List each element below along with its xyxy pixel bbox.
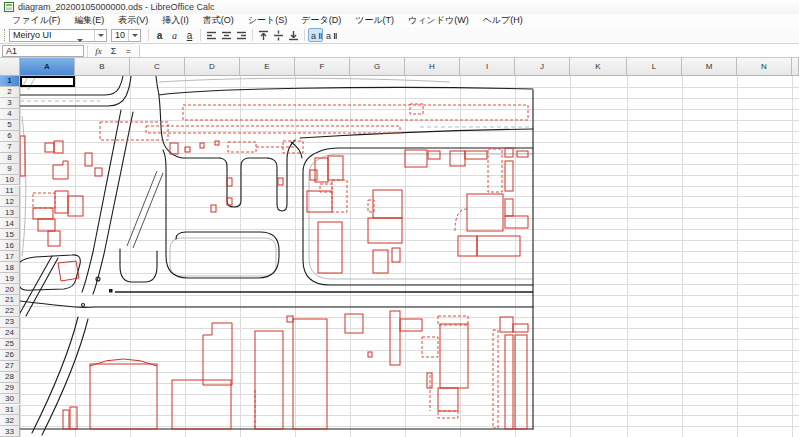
- menu-item-0[interactable]: ファイル(F): [5, 14, 67, 27]
- menu-item-4[interactable]: 書式(O): [196, 14, 241, 27]
- row-header-7[interactable]: 7: [0, 142, 20, 153]
- row-header-12[interactable]: 12: [0, 196, 20, 207]
- text-direction-ltr-icon: a: [310, 30, 322, 41]
- row-header-22[interactable]: 22: [0, 306, 20, 317]
- row-header-20[interactable]: 20: [0, 284, 20, 295]
- menu-item-1[interactable]: 編集(E): [67, 14, 111, 27]
- column-header-A[interactable]: A: [20, 58, 75, 76]
- row-header-26[interactable]: 26: [0, 350, 20, 361]
- toolbar-grip[interactable]: [4, 29, 7, 41]
- align-middle-vertical-button[interactable]: [271, 28, 286, 42]
- row-header-5[interactable]: 5: [0, 120, 20, 131]
- column-header-C[interactable]: C: [130, 58, 185, 76]
- align-left-button[interactable]: [204, 28, 219, 42]
- column-header-H[interactable]: H: [405, 58, 460, 76]
- column-header-I[interactable]: I: [460, 58, 515, 76]
- menu-item-9[interactable]: ヘルプ(H): [476, 14, 530, 27]
- row-header-31[interactable]: 31: [0, 405, 20, 416]
- row-header-8[interactable]: 8: [0, 153, 20, 164]
- function-wizard-button[interactable]: fx: [91, 45, 106, 57]
- formula-input[interactable]: [139, 45, 799, 57]
- column-header-N[interactable]: N: [737, 58, 792, 76]
- column-header-E[interactable]: E: [240, 58, 295, 76]
- align-center-icon: [221, 30, 232, 41]
- row-header-14[interactable]: 14: [0, 218, 20, 229]
- sheet-grid[interactable]: [0, 58, 799, 437]
- align-center-button[interactable]: [219, 28, 234, 42]
- text-direction-ttb-icon: a: [325, 30, 337, 41]
- align-right-icon: [236, 30, 247, 41]
- row-header-18[interactable]: 18: [0, 262, 20, 273]
- row-header-16[interactable]: 16: [0, 240, 20, 251]
- align-bottom-button[interactable]: [286, 28, 301, 42]
- sum-button[interactable]: Σ: [106, 45, 121, 57]
- column-header-M[interactable]: M: [682, 58, 737, 76]
- menu-item-3[interactable]: 挿入(I): [155, 14, 196, 27]
- align-middle-vertical-icon: [273, 30, 284, 41]
- row-header-21[interactable]: 21: [0, 295, 20, 306]
- column-header-G[interactable]: G: [350, 58, 405, 76]
- spreadsheet-area[interactable]: ABCDEFGHIJKLMN 1234567891011121314151617…: [0, 58, 799, 437]
- text-direction-ltr-button[interactable]: a: [308, 28, 323, 42]
- chevron-down-icon[interactable]: [128, 30, 140, 41]
- chevron-down-icon[interactable]: [94, 30, 106, 41]
- text-direction-ttb-button[interactable]: a: [323, 28, 338, 42]
- name-box[interactable]: A1: [2, 45, 84, 57]
- row-header-2[interactable]: 2: [0, 87, 20, 98]
- menu-item-8[interactable]: ウィンドウ(W): [401, 14, 476, 27]
- row-header-6[interactable]: 6: [0, 131, 20, 142]
- align-right-button[interactable]: [234, 28, 249, 42]
- underline-button[interactable]: a: [182, 28, 197, 42]
- column-header-partial[interactable]: [792, 58, 799, 76]
- font-size-combobox[interactable]: 10: [111, 29, 141, 42]
- formatting-toolbar: Meiryo UI 10 a a a a: [0, 27, 799, 44]
- row-header-32[interactable]: 32: [0, 415, 20, 426]
- menu-item-7[interactable]: ツール(T): [348, 14, 401, 27]
- row-header-30[interactable]: 30: [0, 394, 20, 405]
- align-top-icon: [258, 30, 269, 41]
- font-name-combobox[interactable]: Meiryo UI: [9, 29, 107, 42]
- column-header-B[interactable]: B: [75, 58, 130, 76]
- map-drawing: [20, 76, 533, 435]
- align-top-button[interactable]: [256, 28, 271, 42]
- column-header-K[interactable]: K: [570, 58, 627, 76]
- row-header-11[interactable]: 11: [0, 186, 20, 197]
- italic-button[interactable]: a: [167, 28, 182, 42]
- toolbar-separator: [304, 29, 305, 41]
- row-header-1[interactable]: 1: [0, 76, 20, 87]
- row-header-28[interactable]: 28: [0, 372, 20, 383]
- libreoffice-calc-icon: [4, 2, 14, 12]
- toolbar-separator: [252, 29, 253, 41]
- row-header-23[interactable]: 23: [0, 317, 20, 328]
- row-header-24[interactable]: 24: [0, 328, 20, 339]
- column-header-F[interactable]: F: [295, 58, 350, 76]
- window-title: diagram_20200105000000.ods - LibreOffice…: [18, 2, 214, 12]
- row-header-4[interactable]: 4: [0, 109, 20, 120]
- column-header-L[interactable]: L: [627, 58, 682, 76]
- libreoffice-calc-window: diagram_20200105000000.ods - LibreOffice…: [0, 0, 799, 437]
- svg-text:a: a: [311, 31, 316, 41]
- row-header-9[interactable]: 9: [0, 164, 20, 175]
- grid-lines: [20, 76, 799, 437]
- column-header-D[interactable]: D: [185, 58, 240, 76]
- row-header-25[interactable]: 25: [0, 339, 20, 350]
- chevron-down-icon[interactable]: [77, 42, 83, 60]
- row-header-29[interactable]: 29: [0, 383, 20, 394]
- row-header-10[interactable]: 10: [0, 175, 20, 186]
- bold-button[interactable]: a: [152, 28, 167, 42]
- equals-button[interactable]: =: [121, 45, 136, 57]
- row-header-19[interactable]: 19: [0, 273, 20, 284]
- row-header-3[interactable]: 3: [0, 98, 20, 109]
- row-header-27[interactable]: 27: [0, 361, 20, 372]
- row-header-15[interactable]: 15: [0, 229, 20, 240]
- select-all-corner[interactable]: [0, 58, 20, 76]
- menu-item-5[interactable]: シート(S): [241, 14, 294, 27]
- title-bar: diagram_20200105000000.ods - LibreOffice…: [0, 0, 799, 14]
- column-header-J[interactable]: J: [515, 58, 570, 76]
- row-header-33[interactable]: 33: [0, 426, 20, 437]
- row-header-13[interactable]: 13: [0, 207, 20, 218]
- toolbar-separator: [148, 29, 149, 41]
- row-header-17[interactable]: 17: [0, 251, 20, 262]
- menu-item-6[interactable]: データ(D): [294, 14, 348, 27]
- menu-item-2[interactable]: 表示(V): [111, 14, 155, 27]
